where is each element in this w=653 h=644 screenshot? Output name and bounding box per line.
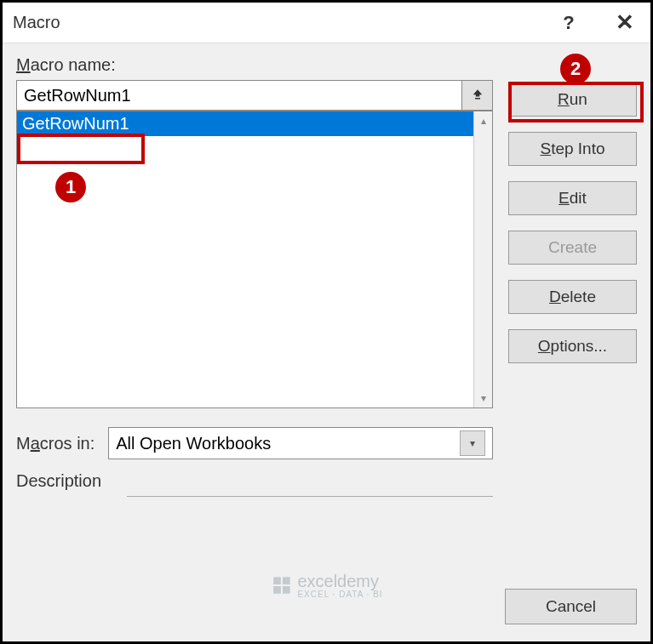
listbox-inner: GetRowNum1	[17, 111, 473, 407]
edit-button[interactable]: Edit	[508, 181, 637, 215]
create-button: Create	[508, 231, 637, 265]
run-button[interactable]: Run	[508, 83, 637, 117]
scrollbar[interactable]: ▴ ▾	[473, 111, 492, 407]
watermark-sub: EXCEL · DATA · BI	[297, 590, 382, 599]
arrow-up-icon	[470, 88, 485, 103]
macro-name-input[interactable]	[16, 80, 462, 111]
macro-name-row	[16, 80, 493, 111]
list-item[interactable]: GetRowNum1	[17, 111, 473, 136]
macros-in-row: Macros in: All Open Workbooks ▾	[16, 427, 493, 459]
scroll-up-icon[interactable]: ▴	[474, 111, 492, 130]
macro-listbox[interactable]: GetRowNum1 ▴ ▾	[16, 111, 493, 408]
scroll-down-icon[interactable]: ▾	[474, 389, 492, 407]
titlebar: Macro ? ✕	[3, 3, 650, 43]
macros-in-dropdown[interactable]: All Open Workbooks ▾	[108, 427, 493, 459]
watermark: exceldemy EXCEL · DATA · BI	[270, 572, 382, 599]
window-controls: ? ✕	[553, 9, 640, 36]
macros-in-label: Macros in:	[16, 434, 95, 453]
chevron-down-icon: ▾	[460, 430, 485, 456]
description-label: Description	[16, 471, 493, 491]
cancel-button[interactable]: Cancel	[505, 589, 637, 624]
close-button[interactable]: ✕	[610, 9, 640, 36]
left-column: Macro name: GetRowNum1 ▴ ▾ Macros in:	[16, 55, 493, 624]
help-button[interactable]: ?	[553, 12, 584, 34]
dropdown-value: All Open Workbooks	[116, 434, 271, 453]
macro-dialog: Macro ? ✕ Macro name: GetRowNum1 ▴ ▾	[3, 3, 650, 641]
dialog-title: Macro	[13, 13, 60, 32]
cancel-row: Cancel	[505, 589, 637, 624]
right-column: Run Step Into Edit Create Delete Options…	[508, 55, 637, 624]
watermark-icon	[270, 574, 292, 596]
delete-button[interactable]: Delete	[508, 280, 637, 314]
description-underline	[127, 496, 493, 497]
watermark-name: exceldemy	[297, 572, 382, 591]
dialog-content: Macro name: GetRowNum1 ▴ ▾ Macros in:	[3, 43, 650, 641]
step-into-button[interactable]: Step Into	[508, 132, 637, 166]
description-row: Description	[16, 471, 493, 497]
macro-name-label: Macro name:	[16, 55, 493, 75]
go-to-macro-button[interactable]	[462, 80, 493, 111]
options-button[interactable]: Options...	[508, 329, 637, 363]
